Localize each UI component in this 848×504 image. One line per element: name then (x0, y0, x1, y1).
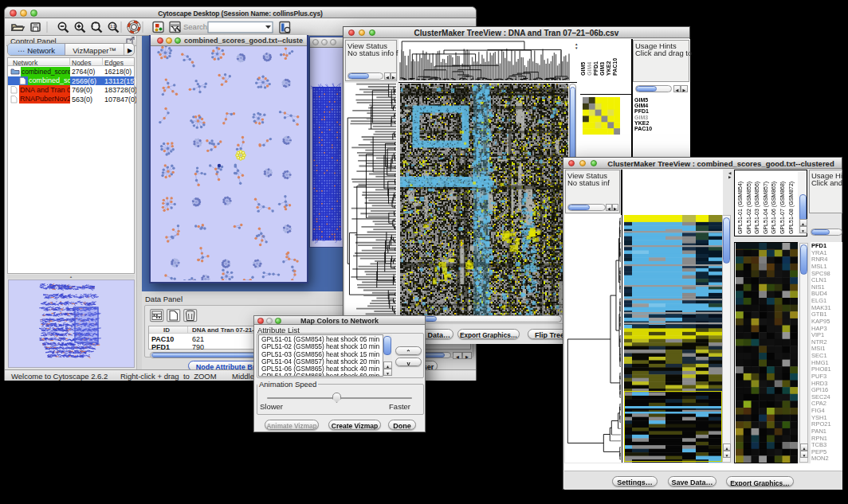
svg-text:Search:: Search: (183, 22, 210, 31)
svg-text:1:1: 1:1 (110, 25, 116, 29)
